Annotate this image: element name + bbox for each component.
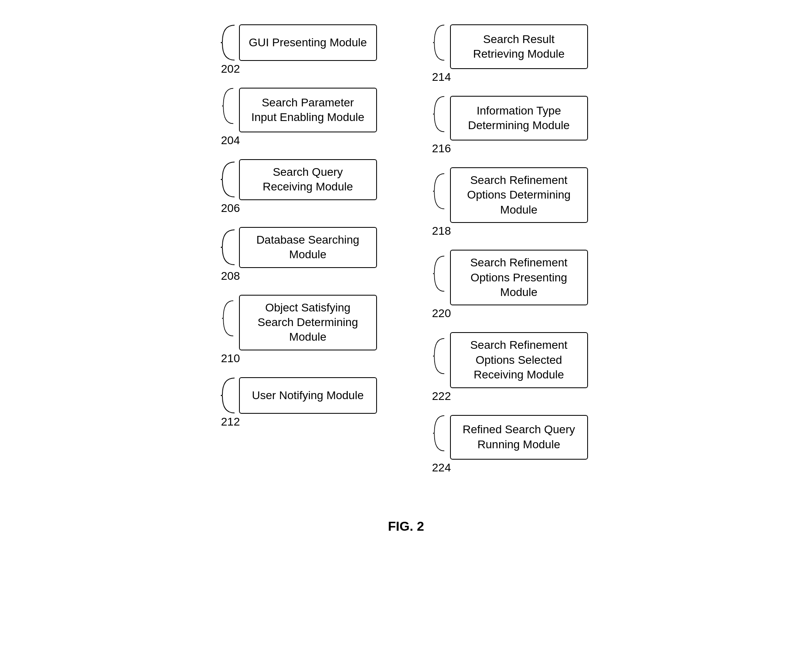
bracket-box-206: Search Query Receiving Module xyxy=(220,159,382,200)
module-box-206: Search Query Receiving Module xyxy=(239,159,377,200)
right-column: Search Result Retrieving Module214 Infor… xyxy=(431,24,593,486)
label-block-202: GUI Presenting Module202 xyxy=(220,24,382,76)
module-box-214: Search Result Retrieving Module xyxy=(450,24,588,69)
number-label-214: 214 xyxy=(431,71,451,84)
module-row-216: Information Type Determining Module216 xyxy=(431,96,593,155)
module-row-204: Search Parameter Input Enabling Module20… xyxy=(220,88,382,147)
module-box-204: Search Parameter Input Enabling Module xyxy=(239,88,377,132)
number-label-218: 218 xyxy=(431,225,451,238)
number-label-202: 202 xyxy=(220,63,240,76)
module-row-202: GUI Presenting Module202 xyxy=(220,24,382,76)
module-row-218: Search Refinement Options Determining Mo… xyxy=(431,167,593,238)
number-label-224: 224 xyxy=(431,461,451,474)
bracket-box-208: Database Searching Module xyxy=(220,227,382,268)
module-row-220: Search Refinement Options Presenting Mod… xyxy=(431,250,593,320)
number-label-208: 208 xyxy=(220,270,240,283)
figure-label: FIG. 2 xyxy=(0,519,812,534)
module-box-202: GUI Presenting Module xyxy=(239,24,377,61)
bracket-202 xyxy=(220,24,236,61)
module-box-218: Search Refinement Options Determining Mo… xyxy=(450,167,588,223)
bracket-212 xyxy=(220,377,236,414)
bracket-220 xyxy=(431,255,447,300)
label-block-222: Search Refinement Options Selected Recei… xyxy=(431,332,593,402)
label-block-206: Search Query Receiving Module206 xyxy=(220,159,382,215)
module-row-212: User Notifying Module212 xyxy=(220,377,382,428)
module-box-212: User Notifying Module xyxy=(239,377,377,414)
module-box-224: Refined Search Query Running Module xyxy=(450,415,588,460)
module-row-208: Database Searching Module208 xyxy=(220,227,382,283)
label-block-212: User Notifying Module212 xyxy=(220,377,382,428)
label-block-210: Object Satisfying Search Determining Mod… xyxy=(220,295,382,365)
bracket-box-204: Search Parameter Input Enabling Module xyxy=(220,88,382,132)
number-label-212: 212 xyxy=(220,415,240,428)
label-block-216: Information Type Determining Module216 xyxy=(431,96,593,155)
number-label-220: 220 xyxy=(431,307,451,320)
bracket-224 xyxy=(431,415,447,460)
module-box-220: Search Refinement Options Presenting Mod… xyxy=(450,250,588,305)
module-row-206: Search Query Receiving Module206 xyxy=(220,159,382,215)
module-row-222: Search Refinement Options Selected Recei… xyxy=(431,332,593,402)
bracket-210 xyxy=(220,300,236,345)
bracket-box-224: Refined Search Query Running Module xyxy=(431,415,593,460)
bracket-box-216: Information Type Determining Module xyxy=(431,96,593,140)
bracket-206 xyxy=(220,161,236,198)
bracket-208 xyxy=(220,229,236,266)
bracket-218 xyxy=(431,173,447,218)
module-row-210: Object Satisfying Search Determining Mod… xyxy=(220,295,382,365)
bracket-214 xyxy=(431,24,447,69)
number-label-204: 204 xyxy=(220,134,240,147)
left-column: GUI Presenting Module202 Search Paramete… xyxy=(220,24,382,486)
bracket-216 xyxy=(431,96,447,140)
bracket-box-210: Object Satisfying Search Determining Mod… xyxy=(220,295,382,350)
bracket-box-212: User Notifying Module xyxy=(220,377,382,414)
label-block-204: Search Parameter Input Enabling Module20… xyxy=(220,88,382,147)
bracket-box-220: Search Refinement Options Presenting Mod… xyxy=(431,250,593,305)
bracket-204 xyxy=(220,88,236,132)
label-block-220: Search Refinement Options Presenting Mod… xyxy=(431,250,593,320)
label-block-224: Refined Search Query Running Module224 xyxy=(431,415,593,474)
module-box-210: Object Satisfying Search Determining Mod… xyxy=(239,295,377,350)
bracket-box-214: Search Result Retrieving Module xyxy=(431,24,593,69)
bracket-222 xyxy=(431,338,447,382)
label-block-208: Database Searching Module208 xyxy=(220,227,382,283)
module-box-208: Database Searching Module xyxy=(239,227,377,268)
number-label-222: 222 xyxy=(431,390,451,403)
module-row-224: Refined Search Query Running Module224 xyxy=(431,415,593,474)
module-box-222: Search Refinement Options Selected Recei… xyxy=(450,332,588,388)
module-box-216: Information Type Determining Module xyxy=(450,96,588,140)
bracket-box-218: Search Refinement Options Determining Mo… xyxy=(431,167,593,223)
label-block-214: Search Result Retrieving Module214 xyxy=(431,24,593,84)
label-block-218: Search Refinement Options Determining Mo… xyxy=(431,167,593,238)
bracket-box-222: Search Refinement Options Selected Recei… xyxy=(431,332,593,388)
module-row-214: Search Result Retrieving Module214 xyxy=(431,24,593,84)
number-label-210: 210 xyxy=(220,352,240,365)
number-label-206: 206 xyxy=(220,202,240,215)
number-label-216: 216 xyxy=(431,142,451,155)
diagram-container: GUI Presenting Module202 Search Paramete… xyxy=(187,0,625,503)
bracket-box-202: GUI Presenting Module xyxy=(220,24,382,61)
